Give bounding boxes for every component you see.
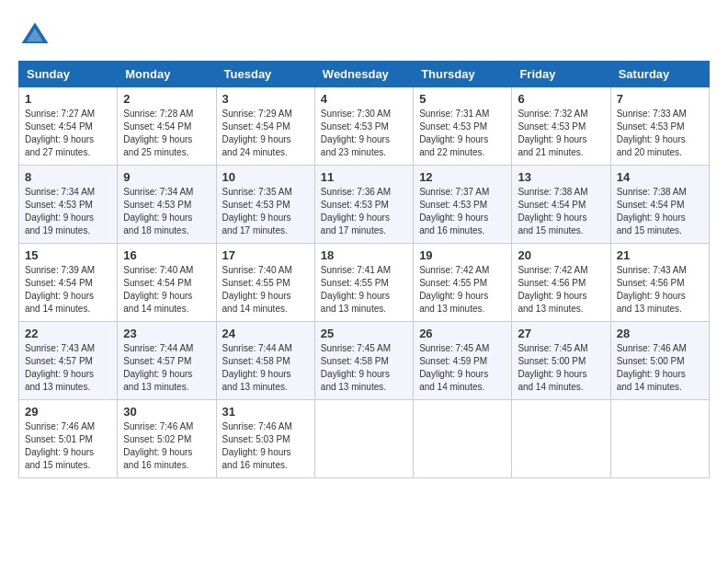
sunrise: Sunrise: 7:44 AM <box>123 343 193 353</box>
sunrise: Sunrise: 7:42 AM <box>518 265 587 275</box>
sunset: Sunset: 4:53 PM <box>617 121 685 132</box>
sunrise: Sunrise: 7:46 AM <box>123 421 193 431</box>
sunrise: Sunrise: 7:34 AM <box>123 187 193 197</box>
col-sunday: Sunday <box>19 62 118 87</box>
day-number: 6 <box>518 92 604 106</box>
day-info: Sunrise: 7:35 AM Sunset: 4:53 PM Dayligh… <box>222 186 309 237</box>
calendar-cell: 7 Sunrise: 7:33 AM Sunset: 4:53 PM Dayli… <box>610 87 709 166</box>
sunset: Sunset: 4:57 PM <box>25 356 93 366</box>
daylight: Daylight: 9 hours and 15 minutes. <box>617 213 686 236</box>
day-number: 4 <box>321 92 407 106</box>
daylight: Daylight: 9 hours and 13 minutes. <box>419 291 488 314</box>
day-info: Sunrise: 7:46 AM Sunset: 5:02 PM Dayligh… <box>123 420 210 472</box>
calendar-cell: 5 Sunrise: 7:31 AM Sunset: 4:53 PM Dayli… <box>414 87 512 166</box>
day-info: Sunrise: 7:34 AM Sunset: 4:53 PM Dayligh… <box>123 186 210 237</box>
sunrise: Sunrise: 7:27 AM <box>25 109 95 119</box>
sunrise: Sunrise: 7:28 AM <box>123 109 193 119</box>
calendar-table: Sunday Monday Tuesday Wednesday Thursday… <box>18 61 710 478</box>
daylight: Daylight: 9 hours and 16 minutes. <box>222 447 291 470</box>
calendar-cell: 29 Sunrise: 7:46 AM Sunset: 5:01 PM Dayl… <box>19 400 118 478</box>
day-info: Sunrise: 7:42 AM Sunset: 4:55 PM Dayligh… <box>419 264 506 316</box>
logo-icon <box>18 18 51 52</box>
day-number: 26 <box>419 327 506 340</box>
daylight: Daylight: 9 hours and 17 minutes. <box>222 213 291 236</box>
calendar-cell <box>512 400 610 478</box>
calendar-cell: 27 Sunrise: 7:45 AM Sunset: 5:00 PM Dayl… <box>512 322 610 400</box>
daylight: Daylight: 9 hours and 13 minutes. <box>321 291 390 314</box>
day-number: 29 <box>25 405 111 419</box>
day-number: 8 <box>25 170 111 184</box>
sunrise: Sunrise: 7:45 AM <box>419 343 489 353</box>
day-number: 12 <box>419 170 506 184</box>
sunrise: Sunrise: 7:40 AM <box>222 265 292 275</box>
calendar-cell <box>610 400 709 478</box>
calendar-cell: 30 Sunrise: 7:46 AM Sunset: 5:02 PM Dayl… <box>118 400 216 478</box>
day-info: Sunrise: 7:46 AM Sunset: 5:00 PM Dayligh… <box>617 342 703 394</box>
sunrise: Sunrise: 7:36 AM <box>321 187 391 197</box>
calendar-cell: 4 Sunrise: 7:30 AM Sunset: 4:53 PM Dayli… <box>314 87 413 166</box>
day-number: 28 <box>617 327 703 340</box>
sunrise: Sunrise: 7:33 AM <box>617 109 687 119</box>
calendar-cell: 13 Sunrise: 7:38 AM Sunset: 4:54 PM Dayl… <box>512 166 610 244</box>
day-info: Sunrise: 7:45 AM Sunset: 4:58 PM Dayligh… <box>321 342 407 394</box>
col-saturday: Saturday <box>610 62 709 87</box>
day-number: 30 <box>123 405 210 419</box>
sunrise: Sunrise: 7:32 AM <box>518 109 587 119</box>
sunrise: Sunrise: 7:46 AM <box>25 421 95 431</box>
day-info: Sunrise: 7:45 AM Sunset: 4:59 PM Dayligh… <box>419 342 506 394</box>
calendar-cell: 18 Sunrise: 7:41 AM Sunset: 4:55 PM Dayl… <box>314 244 413 322</box>
day-number: 19 <box>419 248 506 262</box>
calendar-week-3: 15 Sunrise: 7:39 AM Sunset: 4:54 PM Dayl… <box>19 244 710 322</box>
col-tuesday: Tuesday <box>216 62 314 87</box>
day-info: Sunrise: 7:40 AM Sunset: 4:55 PM Dayligh… <box>222 264 309 316</box>
calendar-cell <box>314 400 413 478</box>
sunset: Sunset: 4:53 PM <box>123 200 191 210</box>
sunrise: Sunrise: 7:37 AM <box>419 187 489 197</box>
sunrise: Sunrise: 7:39 AM <box>25 265 95 275</box>
daylight: Daylight: 9 hours and 19 minutes. <box>25 213 94 236</box>
day-info: Sunrise: 7:43 AM Sunset: 4:56 PM Dayligh… <box>617 264 703 316</box>
daylight: Daylight: 9 hours and 14 minutes. <box>123 291 192 314</box>
day-info: Sunrise: 7:33 AM Sunset: 4:53 PM Dayligh… <box>617 108 703 159</box>
day-info: Sunrise: 7:39 AM Sunset: 4:54 PM Dayligh… <box>25 264 111 316</box>
daylight: Daylight: 9 hours and 15 minutes. <box>518 213 586 236</box>
daylight: Daylight: 9 hours and 13 minutes. <box>321 369 390 392</box>
day-number: 9 <box>123 170 210 184</box>
day-number: 27 <box>518 327 604 340</box>
col-wednesday: Wednesday <box>314 62 413 87</box>
daylight: Daylight: 9 hours and 13 minutes. <box>123 369 192 392</box>
day-number: 7 <box>617 92 703 106</box>
sunrise: Sunrise: 7:30 AM <box>321 109 391 119</box>
day-info: Sunrise: 7:44 AM Sunset: 4:58 PM Dayligh… <box>222 342 309 394</box>
sunset: Sunset: 4:58 PM <box>222 356 290 366</box>
col-monday: Monday <box>118 62 216 87</box>
daylight: Daylight: 9 hours and 20 minutes. <box>617 134 686 157</box>
day-info: Sunrise: 7:43 AM Sunset: 4:57 PM Dayligh… <box>25 342 111 394</box>
day-info: Sunrise: 7:27 AM Sunset: 4:54 PM Dayligh… <box>25 108 111 159</box>
day-number: 16 <box>123 248 210 262</box>
calendar-cell: 11 Sunrise: 7:36 AM Sunset: 4:53 PM Dayl… <box>314 166 413 244</box>
day-number: 15 <box>25 248 111 262</box>
sunrise: Sunrise: 7:44 AM <box>222 343 292 353</box>
day-info: Sunrise: 7:38 AM Sunset: 4:54 PM Dayligh… <box>518 186 604 237</box>
sunset: Sunset: 4:54 PM <box>123 278 191 288</box>
daylight: Daylight: 9 hours and 25 minutes. <box>123 134 192 157</box>
sunrise: Sunrise: 7:46 AM <box>617 343 687 353</box>
sunset: Sunset: 4:55 PM <box>419 278 487 288</box>
calendar-cell: 24 Sunrise: 7:44 AM Sunset: 4:58 PM Dayl… <box>216 322 314 400</box>
sunset: Sunset: 4:53 PM <box>321 200 389 210</box>
day-number: 18 <box>321 248 407 262</box>
calendar-cell: 12 Sunrise: 7:37 AM Sunset: 4:53 PM Dayl… <box>414 166 512 244</box>
daylight: Daylight: 9 hours and 27 minutes. <box>25 134 94 157</box>
day-number: 10 <box>222 170 309 184</box>
sunset: Sunset: 4:53 PM <box>222 200 290 210</box>
calendar-cell: 16 Sunrise: 7:40 AM Sunset: 4:54 PM Dayl… <box>118 244 216 322</box>
daylight: Daylight: 9 hours and 14 minutes. <box>419 369 488 392</box>
day-number: 1 <box>25 92 111 106</box>
daylight: Daylight: 9 hours and 13 minutes. <box>617 291 686 314</box>
sunset: Sunset: 4:57 PM <box>123 356 191 366</box>
daylight: Daylight: 9 hours and 21 minutes. <box>518 134 586 157</box>
calendar-cell: 28 Sunrise: 7:46 AM Sunset: 5:00 PM Dayl… <box>610 322 709 400</box>
calendar-cell <box>414 400 512 478</box>
daylight: Daylight: 9 hours and 22 minutes. <box>419 134 488 157</box>
